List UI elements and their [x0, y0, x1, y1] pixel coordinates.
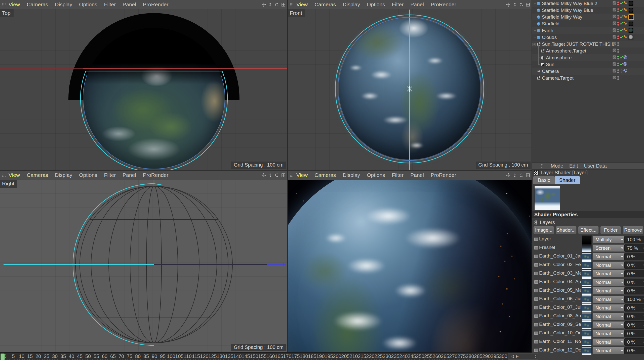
layer-type-icon[interactable] [534, 306, 538, 310]
blend-mode-dropdown[interactable]: Normal [593, 330, 625, 337]
camera-object-icon[interactable] [536, 69, 541, 74]
layer-mask-icon[interactable] [612, 48, 617, 54]
layer-type-icon[interactable] [534, 289, 538, 292]
spinner-icon[interactable] [535, 355, 537, 358]
layer-opacity-field[interactable]: 0 % [624, 262, 644, 269]
object-row[interactable]: Starfield Milky Way Blue [532, 7, 644, 14]
object-row[interactable]: Clouds [532, 34, 644, 41]
layer-type-icon[interactable] [534, 237, 538, 241]
object-row[interactable]: Sun.Target JUST ROTATE THIS!!!! [532, 41, 644, 47]
layer-opacity-field[interactable]: 75 % [624, 244, 644, 252]
timeline-ruler[interactable]: 0510152025303540455055606570758085909510… [0, 352, 532, 360]
viewport-menu-view[interactable]: View [296, 2, 308, 8]
layer-thumbnail[interactable] [582, 235, 592, 244]
layer-opacity-field[interactable]: 0 % [624, 313, 644, 320]
animation-keys-icon[interactable] [623, 21, 628, 27]
layer-thumbnail[interactable] [582, 304, 592, 312]
target-tag-icon[interactable] [623, 69, 627, 74]
layer-name[interactable]: Earth_Color_09_Sep [539, 322, 581, 327]
layer-mask-icon[interactable] [612, 1, 617, 6]
layer-opacity-field[interactable]: 0 % [624, 330, 644, 337]
null-object-icon[interactable] [536, 76, 541, 80]
null-object-icon[interactable] [536, 42, 541, 46]
layer-mask-icon[interactable] [612, 62, 617, 67]
blend-mode-dropdown[interactable]: Normal [593, 262, 625, 269]
layer-mask-icon[interactable] [612, 55, 617, 61]
viewport-menu-options[interactable]: Options [367, 2, 385, 8]
texture-tag[interactable] [628, 21, 633, 26]
animation-keys-icon[interactable] [623, 28, 628, 33]
shader-preview-thumbnail[interactable] [534, 186, 560, 210]
rotate-view-icon[interactable] [275, 173, 279, 177]
viewport-menu-view[interactable]: View [9, 2, 20, 8]
object-row[interactable]: Camera [532, 68, 644, 75]
object-label[interactable]: Starfield Milky Way [542, 14, 582, 20]
viewport-menu-display[interactable]: Display [55, 2, 72, 8]
menu-grip-icon[interactable] [290, 3, 294, 7]
menu-grip-icon[interactable] [2, 173, 6, 177]
layer-opacity-field[interactable]: 0 % [624, 270, 644, 277]
viewport-menu-prorender[interactable]: ProRender [431, 172, 456, 178]
layer-thumbnail[interactable] [582, 338, 592, 346]
toggle-views-icon[interactable] [281, 3, 286, 7]
blend-mode-dropdown[interactable]: Normal [593, 279, 625, 286]
viewport-menu-cameras[interactable]: Cameras [314, 2, 336, 8]
viewport-menu-display[interactable]: Display [343, 2, 360, 8]
sphere-object-icon[interactable] [536, 1, 541, 6]
visibility-dots-icon[interactable] [617, 49, 619, 53]
current-frame-field[interactable]: 0 F [508, 353, 538, 360]
toggle-views-icon[interactable] [281, 173, 286, 177]
layer-mask-icon[interactable] [612, 21, 617, 27]
sphere-object-icon[interactable] [536, 22, 541, 26]
viewport-menu-display[interactable]: Display [343, 172, 360, 178]
object-row[interactable]: Starfield Milky Way Blue 2 [532, 0, 644, 7]
layer-opacity-field[interactable]: 0 % [624, 279, 644, 286]
object-label[interactable]: Clouds [542, 35, 557, 40]
visibility-dots-icon[interactable] [617, 42, 619, 46]
layer-thumbnail[interactable] [582, 244, 592, 252]
layer-opacity-field[interactable]: 100 % [624, 296, 644, 303]
viewport-menu-filter[interactable]: Filter [104, 2, 116, 8]
layer-opacity-field[interactable]: 0 % [624, 321, 644, 329]
layer-type-icon[interactable] [534, 331, 538, 335]
animation-keys-icon[interactable] [623, 14, 628, 20]
toggle-views-icon[interactable] [526, 3, 530, 7]
folder-button[interactable]: Folder [600, 226, 621, 234]
blend-mode-dropdown[interactable]: Normal [593, 287, 625, 294]
shader-button[interactable]: Shader... [556, 226, 577, 234]
object-row[interactable]: Starfield Milky Way [532, 14, 644, 20]
viewport-top[interactable]: ViewCamerasDisplayOptionsFilterPanelProR… [0, 0, 288, 171]
camera-crosshair-icon[interactable] [620, 69, 623, 74]
layer-type-icon[interactable] [534, 280, 538, 284]
layer-thumbnail[interactable] [582, 346, 592, 355]
blend-mode-dropdown[interactable]: Normal [593, 253, 625, 260]
layer-name[interactable]: Earth_Color_04_Apr [539, 279, 581, 284]
layer-thumbnail[interactable] [582, 252, 592, 261]
visibility-dots-icon[interactable] [617, 63, 619, 66]
effect-button[interactable]: Effect... [578, 226, 599, 234]
am-menu-mode[interactable]: Mode [551, 163, 563, 169]
sphere-object-icon[interactable] [536, 35, 541, 40]
viewport-front[interactable]: ViewCamerasDisplayOptionsFilterPanelProR… [288, 0, 532, 171]
viewport-menu-filter[interactable]: Filter [392, 2, 404, 8]
toggle-views-icon[interactable] [526, 173, 530, 177]
blend-mode-dropdown[interactable]: Normal [593, 313, 625, 320]
object-label[interactable]: Camera.Target [542, 75, 574, 81]
visibility-dots-icon[interactable] [617, 8, 619, 12]
fold-icon[interactable] [535, 221, 537, 224]
object-label[interactable]: Earth [542, 28, 553, 33]
object-row[interactable]: Atmosphere [532, 54, 644, 61]
layer-name[interactable]: Earth_Color_03_Mar [539, 270, 581, 276]
viewport-menu-prorender[interactable]: ProRender [143, 2, 169, 8]
layer-type-icon[interactable] [534, 348, 538, 352]
object-row[interactable]: Atmosphere.Target [532, 47, 644, 54]
zoom-view-icon[interactable] [513, 3, 517, 7]
image-button[interactable]: Image... [533, 226, 554, 234]
layer-name[interactable]: Earth_Color_12_Dec [539, 347, 581, 353]
viewport-menu-display[interactable]: Display [55, 172, 72, 178]
target-tag-icon[interactable] [623, 62, 627, 67]
texture-tag[interactable] [628, 8, 633, 13]
expand-icon[interactable] [533, 43, 536, 46]
layer-type-icon[interactable] [534, 263, 538, 267]
layer-thumbnail[interactable] [582, 312, 592, 321]
